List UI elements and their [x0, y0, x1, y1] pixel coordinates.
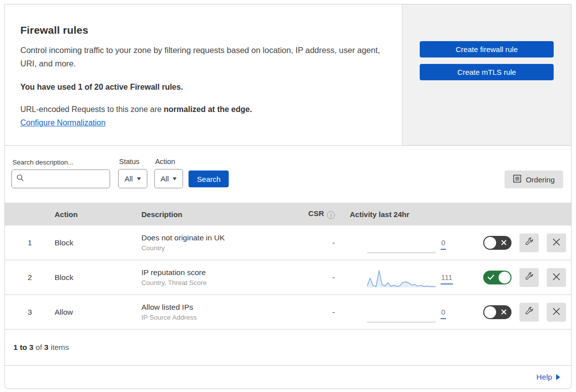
summary-total: 3	[44, 343, 49, 352]
table-summary: 1 to 3 of 3 items	[5, 330, 571, 366]
edit-rule-button[interactable]	[519, 268, 539, 287]
rule-csr-value: -	[283, 308, 335, 317]
rule-activity-cell: 0	[335, 298, 466, 326]
ordering-button[interactable]: Ordering	[505, 170, 563, 188]
close-icon	[552, 307, 561, 317]
column-csr: CSRi	[283, 209, 335, 219]
summary-of: of	[36, 343, 42, 352]
rule-description-cell: Does not originate in UK Country	[141, 233, 283, 252]
table-row: 2 Block IP reputation score Country, Thr…	[5, 260, 571, 295]
normalization-text: URL-encoded Requests to this zone are	[20, 105, 164, 113]
toggle-knob	[484, 237, 496, 249]
activity-count-link[interactable]: 0	[441, 238, 446, 250]
edit-rule-button[interactable]	[519, 303, 539, 322]
rule-action: Block	[55, 238, 141, 247]
activity-count-link[interactable]: 111	[441, 273, 453, 284]
rule-criteria: IP Source Address	[141, 314, 283, 321]
check-icon	[488, 275, 494, 280]
configure-normalization-link[interactable]: Configure Normalization	[20, 118, 106, 127]
activity-sparkline	[367, 234, 436, 257]
filter-bar: Search description... Status All Action …	[5, 146, 571, 203]
search-box[interactable]	[11, 169, 110, 188]
search-label: Search description...	[12, 159, 110, 166]
activity-sparkline	[367, 269, 436, 291]
action-dropdown-value: All	[161, 174, 169, 183]
rule-enabled-toggle[interactable]	[483, 271, 512, 284]
rule-controls	[466, 303, 571, 322]
rule-activity-cell: 0	[335, 229, 466, 257]
info-icon[interactable]: i	[327, 211, 335, 219]
help-link-label: Help	[536, 373, 552, 382]
search-field: Search description...	[11, 159, 110, 188]
column-action: Action	[55, 210, 141, 219]
create-firewall-rule-button[interactable]: Create firewall rule	[420, 41, 554, 57]
delete-rule-button[interactable]	[547, 268, 566, 287]
action-label: Action	[155, 158, 184, 166]
firewall-rules-page: Firewall rules Control incoming traffic …	[4, 4, 572, 389]
normalization-note: URL-encoded Requests to this zone are no…	[20, 105, 382, 114]
status-label: Status	[119, 158, 147, 166]
close-icon	[552, 238, 561, 248]
rule-description: IP reputation score	[141, 268, 283, 277]
summary-range: 1 to 3	[13, 343, 33, 352]
close-icon	[552, 273, 561, 282]
activity-count-link[interactable]: 0	[441, 308, 446, 319]
summary-items: items	[51, 343, 69, 352]
page-description: Control incoming traffic to your zone by…	[20, 44, 380, 70]
rule-activity-cell: 111	[335, 264, 466, 291]
rule-action: Allow	[55, 308, 141, 317]
search-input[interactable]	[27, 174, 105, 183]
create-mtls-rule-button[interactable]: Create mTLS rule	[420, 64, 554, 80]
actions-panel: Create firewall rule Create mTLS rule	[402, 4, 571, 145]
action-field: Action All	[154, 158, 184, 188]
status-dropdown[interactable]: All	[118, 169, 147, 188]
rule-priority: 3	[5, 308, 55, 317]
wrench-icon	[524, 237, 534, 248]
normalization-bold-text: normalized at the edge.	[164, 105, 252, 113]
column-description: Description	[141, 210, 283, 219]
help-arrow-icon	[556, 374, 560, 380]
rule-criteria: Country, Threat Score	[141, 279, 283, 286]
rule-priority: 2	[5, 273, 55, 282]
rule-description: Does not originate in UK	[141, 233, 283, 242]
action-dropdown[interactable]: All	[154, 169, 184, 188]
rule-csr-value: -	[283, 273, 335, 282]
rule-description: Allow listed IPs	[141, 303, 283, 312]
rule-csr-value: -	[283, 238, 335, 247]
wrench-icon	[524, 272, 534, 283]
status-field: Status All	[118, 158, 147, 188]
delete-rule-button[interactable]	[547, 233, 566, 252]
rule-controls	[466, 268, 571, 287]
chevron-down-icon	[173, 177, 177, 180]
rule-action: Block	[55, 273, 141, 282]
help-link[interactable]: Help	[536, 373, 560, 382]
activity-sparkline	[367, 303, 436, 326]
column-activity: Activity last 24hr	[335, 210, 466, 219]
ordering-button-label: Ordering	[526, 175, 555, 184]
rule-criteria: Country	[141, 244, 283, 252]
page-header: Firewall rules Control incoming traffic …	[5, 4, 571, 146]
x-icon	[501, 240, 507, 245]
rule-enabled-toggle[interactable]	[483, 305, 512, 319]
table-header: Action Description CSRi Activity last 24…	[5, 203, 571, 225]
wrench-icon	[524, 307, 534, 318]
edit-rule-button[interactable]	[519, 233, 539, 252]
toggle-knob	[484, 306, 496, 318]
rule-priority: 1	[5, 238, 55, 247]
page-title: Firewall rules	[20, 24, 382, 36]
x-icon	[501, 309, 507, 315]
usage-summary: You have used 1 of 20 active Firewall ru…	[20, 83, 382, 92]
help-bar: Help	[5, 366, 571, 389]
ordering-icon	[513, 174, 521, 184]
search-icon	[16, 174, 24, 184]
status-dropdown-value: All	[125, 174, 133, 183]
rule-controls	[466, 233, 571, 252]
rule-enabled-toggle[interactable]	[483, 236, 512, 250]
search-button[interactable]: Search	[189, 170, 229, 187]
rule-description-cell: Allow listed IPs IP Source Address	[141, 303, 283, 321]
table-row: 3 Allow Allow listed IPs IP Source Addre…	[5, 295, 571, 330]
rule-description-cell: IP reputation score Country, Threat Scor…	[141, 268, 283, 286]
table-row: 1 Block Does not originate in UK Country…	[5, 225, 571, 260]
delete-rule-button[interactable]	[547, 303, 566, 322]
chevron-down-icon	[137, 177, 141, 180]
